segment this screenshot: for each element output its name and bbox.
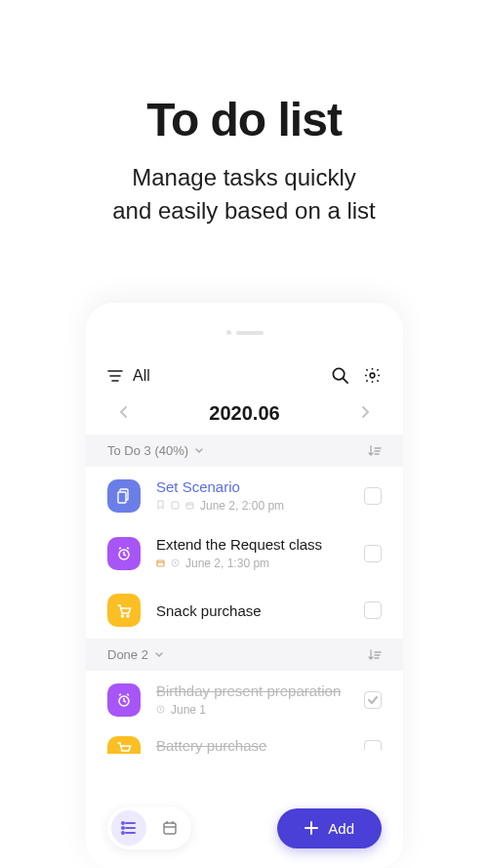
chevron-down-icon (194, 447, 204, 455)
svg-line-4 (343, 378, 347, 383)
calendar-view-button[interactable] (152, 810, 187, 846)
filter-label: All (133, 367, 150, 385)
document-icon (107, 479, 141, 513)
task-checkbox[interactable] (364, 740, 382, 750)
task-date: June 2, 2:00 pm (200, 499, 284, 513)
month-navigation: 2020.06 (86, 393, 403, 434)
filter-icon (107, 369, 123, 383)
task-checkbox[interactable] (364, 691, 382, 709)
task-row[interactable]: Set Scenario June 2, 2:00 pm (86, 467, 403, 524)
svg-point-15 (122, 615, 124, 617)
prev-month-icon[interactable] (119, 405, 129, 423)
chevron-down-icon (154, 651, 164, 659)
todo-section-header[interactable]: To Do 3 (40%) (86, 434, 403, 467)
app-header: All (86, 354, 403, 393)
calendar-icon (156, 557, 165, 570)
task-checkbox[interactable] (364, 545, 382, 562)
page-indicator (86, 303, 403, 354)
task-title: Set Scenario (156, 478, 348, 495)
svg-point-22 (122, 822, 124, 824)
task-date: June 1 (171, 703, 206, 717)
month-label: 2020.06 (209, 402, 279, 425)
calendar-icon (185, 499, 194, 513)
alarm-icon (107, 683, 141, 717)
list-view-button[interactable] (111, 810, 146, 846)
svg-point-24 (122, 832, 124, 834)
task-date: June 2, 1:30 pm (185, 557, 269, 570)
task-title: Snack purchase (156, 602, 348, 619)
phone-frame: All 2020.06 To Do 3 (40%) (86, 303, 403, 868)
svg-rect-9 (186, 503, 193, 509)
svg-rect-25 (164, 823, 176, 834)
task-title: Birthday present preparation (156, 682, 348, 699)
task-row[interactable]: Snack purchase (86, 582, 403, 639)
hero-subtitle: Manage tasks quickly and easily based on… (0, 161, 488, 227)
filter-button[interactable]: All (107, 367, 331, 385)
svg-rect-8 (172, 502, 179, 509)
svg-point-23 (122, 827, 124, 829)
task-checkbox[interactable] (364, 601, 382, 619)
hero-section: To do list Manage tasks quickly and easi… (0, 0, 488, 227)
alarm-icon (107, 537, 141, 570)
done-section-header[interactable]: Done 2 (86, 639, 403, 671)
task-title: Battery purchase (156, 737, 348, 754)
hero-title: To do list (0, 93, 488, 146)
clock-icon (171, 557, 180, 570)
svg-rect-12 (157, 560, 164, 566)
done-section-label: Done 2 (107, 647, 148, 662)
task-row[interactable]: Birthday present preparation June 1 (86, 671, 403, 728)
sort-icon[interactable] (368, 649, 382, 661)
add-button-label: Add (328, 820, 354, 837)
search-icon[interactable] (331, 366, 349, 385)
grid-icon (171, 499, 180, 513)
gear-icon[interactable] (363, 366, 382, 385)
svg-rect-7 (118, 492, 126, 503)
todo-section-label: To Do 3 (40%) (107, 443, 188, 458)
task-row[interactable]: Battery purchase (86, 728, 403, 754)
next-month-icon[interactable] (360, 405, 370, 423)
plus-icon (305, 821, 318, 835)
svg-point-16 (127, 615, 129, 617)
clock-icon (156, 703, 165, 717)
cart-icon (107, 594, 141, 627)
cart-icon (107, 736, 141, 754)
bottom-bar: Add (86, 806, 403, 849)
add-button[interactable]: Add (277, 808, 382, 848)
task-title: Extend the Request class (156, 536, 348, 553)
view-toggles (107, 806, 191, 849)
task-checkbox[interactable] (364, 487, 382, 505)
svg-point-5 (370, 373, 375, 378)
task-row[interactable]: Extend the Request class June 2, 1:30 pm (86, 524, 403, 582)
sort-icon[interactable] (368, 445, 382, 457)
bookmark-icon (156, 499, 165, 513)
